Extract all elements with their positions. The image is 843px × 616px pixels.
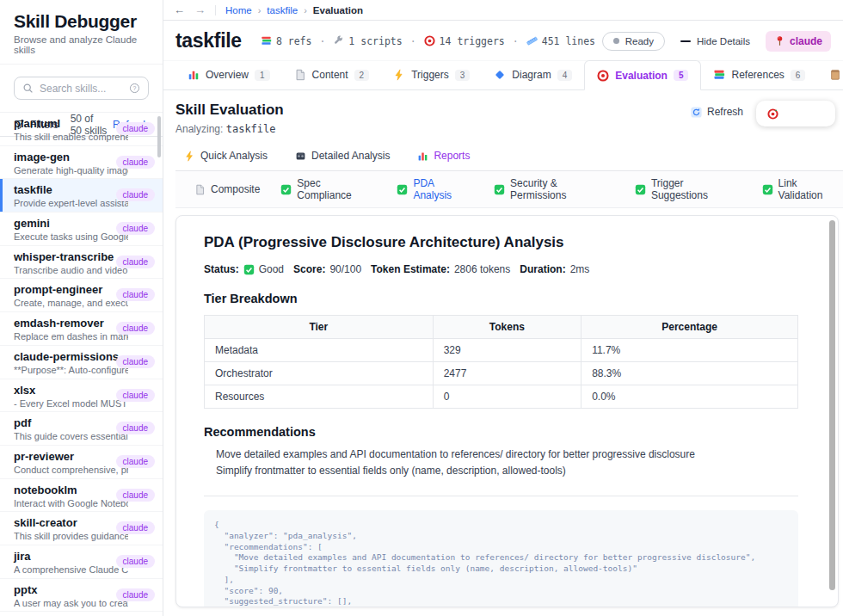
question-circle-icon: ? [129,83,140,94]
analyzer-tab-spec-compliance[interactable]: Spec Compliance [280,177,376,201]
breadcrumb-skill[interactable]: taskfile [267,5,298,15]
stat-label: 8 refs [276,35,312,47]
scroll-icon [829,69,841,81]
analyzer-tab-pda-analysis[interactable]: PDA Analysis [397,177,473,201]
table-cell: 2477 [433,362,581,385]
tab-number-badge: 1 [255,70,270,81]
tab-evaluation[interactable]: Evaluation5 [584,60,701,90]
tab-triggers[interactable]: Triggers3 [381,60,482,89]
tab-number-badge: 2 [354,70,370,81]
tab-label: Content [312,69,348,81]
tab-overview[interactable]: Overview1 [175,60,282,89]
skill-name: gemini [14,217,128,231]
sidebar-item-prompt-engineer[interactable]: prompt-engineerCreate, manage, and execu… [0,279,163,312]
claude-badge: claude [116,188,155,201]
tab-number-badge: 3 [455,70,471,81]
search-box[interactable]: ? [14,77,149,100]
analyzer-tab-composite[interactable]: Composite [194,183,260,195]
tab-references[interactable]: References6 [701,60,817,89]
skill-description: Conduct comprehensive, profe... [14,465,128,475]
forward-arrow-icon[interactable]: → [194,3,206,16]
analyzer-label: Trigger Suggestions [651,177,741,201]
tab-diagram[interactable]: Diagram4 [482,60,584,89]
claude-badge: claude [116,422,155,434]
tab-number-badge: 4 [557,70,573,81]
tier-breakdown-table: TierTokensPercentage Metadata32911.7%Orc… [204,315,798,409]
status-value: 90/100 [329,263,361,275]
status-line: Status:GoodScore:90/100Token Estimate:28… [204,263,798,275]
sidebar: Skill Debugger Browse and analyze Claude… [0,0,163,616]
skill-title: taskfile [175,29,242,52]
back-arrow-icon[interactable]: ← [174,3,185,16]
sidebar-item-taskfile[interactable]: taskfileProvide expert-level assistanc..… [0,179,163,213]
skill-description: Interact with Google Notebook... [14,498,128,508]
mode-tab-quick-analysis[interactable]: Quick Analysis [184,150,268,162]
table-cell: 11.7% [581,339,798,362]
evaluation-floating-pill[interactable] [756,101,835,126]
sidebar-scrollbar[interactable] [157,116,161,157]
sidebar-item-notebooklm[interactable]: notebooklmInteract with Google Notebook.… [0,479,163,513]
analyzer-tab-link-validation[interactable]: Link Validation [762,177,843,201]
sidebar-item-emdash-remover[interactable]: emdash-removerReplace em dashes in markd… [0,312,163,346]
bar-chart-icon [188,69,200,81]
sidebar-item-xlsx[interactable]: xlsx- Every Excel model MUST be ...claud… [0,379,163,413]
ready-label: Ready [625,36,654,46]
skill-name: taskfile [14,183,128,197]
sidebar-item-pptx[interactable]: pptxA user may ask you to create, ...cla… [0,579,163,613]
skill-description: This skill provides guidance fo... [14,531,128,541]
check-icon [762,184,773,195]
table-cell: 0.0% [581,385,798,409]
skill-description: - Every Excel model MUST be ... [14,398,128,409]
mode-tab-reports[interactable]: Reports [417,150,470,162]
tab-scripts[interactable]: Scripts7 [817,60,843,89]
skill-name: jira [14,550,128,564]
refresh-icon [691,107,702,118]
divider [215,5,216,15]
claude-badge: claude [116,521,155,534]
sidebar-item-pr-reviewer[interactable]: pr-reviewerConduct comprehensive, profe.… [0,446,163,479]
sidebar-item-skill-creator[interactable]: skill-creatorThis skill provides guidanc… [0,512,163,545]
claude-badge[interactable]: claude [766,31,831,52]
hide-details-button[interactable]: Hide Details [680,36,750,46]
skill-description: **Purpose**: Auto-configure C... [14,365,128,375]
check-icon [494,184,505,195]
breadcrumb-home[interactable]: Home [225,5,252,15]
table-cell: Metadata [205,339,434,362]
skill-name: claude-permissions [14,350,128,364]
sidebar-item-pdf[interactable]: pdfThis guide covers essential PD...clau… [0,412,163,446]
books-icon [713,69,725,81]
analyzer-tab-trigger-suggestions[interactable]: Trigger Suggestions [635,177,741,201]
table-row: Metadata32911.7% [205,339,798,362]
skill-description: This skill enables comprehensi... [14,132,128,142]
sidebar-item-jira[interactable]: jiraA comprehensive Claude Code...claude [0,545,163,579]
target-icon [767,108,778,120]
tab-label: Evaluation [615,70,668,82]
stat-label: 451 lines [542,35,595,47]
skill-description: Replace em dashes in markdo... [14,331,128,342]
divider [204,496,798,496]
app-subtitle: Browse and analyze Claude skills [14,34,149,55]
sidebar-item-whisper-transcribe[interactable]: whisper-transcribeTranscribe audio and v… [0,246,163,280]
table-header: Tier [205,316,434,339]
sidebar-item-plantuml[interactable]: plantumlThis skill enables comprehensi..… [0,113,163,146]
skill-name: plantuml [14,117,128,131]
table-header: Percentage [581,316,798,339]
report-title: PDA (Progressive Disclosure Architecture… [204,234,798,251]
page-icon [194,184,206,195]
card-scrollbar[interactable] [829,220,835,590]
skill-description: A comprehensive Claude Code... [14,564,128,575]
sidebar-item-claude-permissions[interactable]: claude-permissions**Purpose**: Auto-conf… [0,346,163,379]
target-icon [597,70,609,82]
analyzing-line: Analyzing: taskfile [175,123,843,135]
search-input[interactable] [40,83,123,95]
analyzer-tab-security-permissions[interactable]: Security & Permissions [494,177,614,201]
stat-label: 14 triggers [440,35,505,47]
ready-status-badge[interactable]: Ready [602,32,665,51]
sidebar-item-image-gen[interactable]: image-genGenerate high-quality images ..… [0,146,163,180]
sidebar-item-gemini[interactable]: geminiExecute tasks using Google's ...cl… [0,213,163,246]
mode-tab-detailed-analysis[interactable]: Detailed Analysis [295,150,390,162]
tab-content[interactable]: Content2 [282,60,382,89]
refresh-button[interactable]: Refresh [691,106,743,118]
main-panel: ← → Home › taskfile › Evaluation taskfil… [163,0,843,616]
mode-label: Quick Analysis [200,150,268,162]
